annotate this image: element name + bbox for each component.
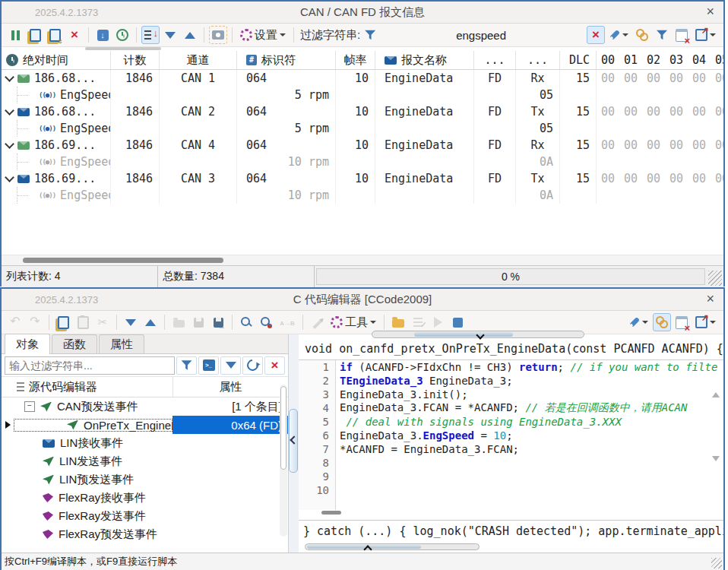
export-menu-button[interactable]	[692, 313, 719, 331]
tree-item[interactable]: FlexRay预发送事件	[2, 525, 288, 543]
open-file-button[interactable]	[169, 313, 188, 331]
wrench-menu-button[interactable]	[626, 313, 651, 331]
chevron-down-icon[interactable]	[5, 173, 14, 182]
editor-bottom-scrollbar[interactable]	[305, 543, 480, 550]
close-button[interactable]: ×	[703, 290, 717, 307]
paste-button[interactable]	[74, 313, 92, 331]
column-header-count[interactable]: 计数	[111, 51, 160, 69]
save-export-button[interactable]	[209, 313, 227, 331]
signal-row[interactable]: EngSpeed10 rpm0A	[2, 187, 723, 204]
dock-bottom-button[interactable]	[93, 26, 112, 44]
tree-item[interactable]: LIN预发送事件	[2, 470, 288, 489]
table-top-scrollbar[interactable]	[85, 47, 161, 50]
search-replace-button[interactable]	[257, 313, 275, 331]
code-line[interactable]: 4EngineData_3.FCAN = *ACANFD; // 若是在回调函数…	[299, 401, 723, 415]
message-row[interactable]: 186.68...1846CAN 106410EngineDataFDRx150…	[2, 70, 723, 87]
message-row[interactable]: 186.68...1846CAN 206410EngineDataFDTx150…	[2, 103, 723, 120]
tree-item[interactable]: FlexRay接收事件	[2, 489, 288, 507]
column-header-data-bytes[interactable]: 000102030405	[597, 51, 723, 69]
console-button[interactable]	[198, 356, 219, 375]
resize-grip-icon[interactable]	[708, 271, 722, 286]
column-header-absolute-time[interactable]: 绝对时间	[2, 51, 111, 69]
pause-button[interactable]	[6, 26, 24, 44]
column-header-dlc[interactable]: DLC	[560, 51, 597, 69]
scroll-down-button[interactable]	[122, 313, 140, 331]
edit-pencil-button[interactable]	[308, 313, 326, 331]
column-header-message-name[interactable]: 报文名称	[375, 51, 474, 69]
scroll-down-button[interactable]	[161, 26, 179, 44]
scrollbar-thumb[interactable]	[414, 332, 513, 337]
column-header-frame-rate[interactable]: 帧率	[336, 51, 375, 69]
clock-button[interactable]	[113, 26, 131, 44]
scrollbar-thumb[interactable]	[280, 386, 286, 470]
search-button[interactable]	[237, 313, 255, 331]
run-button[interactable]	[429, 313, 447, 331]
code-text-area[interactable]: 1if (ACANFD->FIdxChn != CH3) return; // …	[299, 359, 723, 510]
export-menu-button[interactable]	[692, 26, 719, 44]
message-row[interactable]: 186.69...1846CAN 406410EngineDataFDRx150…	[2, 137, 723, 154]
undo-button[interactable]	[6, 313, 24, 331]
panel-splitter[interactable]	[289, 334, 299, 553]
compile-check-button[interactable]	[409, 313, 427, 331]
tree-filter-input[interactable]	[5, 356, 175, 375]
chevron-down-icon[interactable]	[5, 106, 14, 116]
tree-item[interactable]: OnPreTx_EngineData0x64 (FD)	[2, 416, 288, 434]
code-editor-region[interactable]: void on_canfd_pretx_OnPreTx_EngineData(c…	[299, 334, 723, 553]
redo-button[interactable]	[26, 313, 44, 331]
column-header-dots2[interactable]: ...	[516, 51, 560, 69]
code-line[interactable]: 1if (ACANFD->FIdxChn != CH3) return; // …	[299, 360, 723, 374]
stop-button[interactable]	[448, 313, 467, 331]
sort-newest-button[interactable]	[141, 26, 160, 44]
chevron-down-icon[interactable]	[5, 139, 14, 149]
clear-button[interactable]	[264, 356, 285, 375]
message-row[interactable]: 186.69...1846CAN 306410EngineDataFDTx150…	[2, 170, 723, 187]
resize-grip-icon[interactable]	[711, 558, 722, 568]
filter-string-input[interactable]	[377, 28, 585, 43]
filter-button[interactable]	[653, 26, 671, 44]
link-toggle-button[interactable]	[653, 313, 671, 331]
code-horizontal-scroll-thumb[interactable]	[321, 511, 341, 515]
code-line[interactable]: 8	[299, 456, 723, 470]
column-header-dots1[interactable]: ...	[474, 51, 516, 69]
replace-ab-button[interactable]	[277, 313, 298, 331]
tab-属性[interactable]: 属性	[99, 334, 144, 353]
folder-open-button[interactable]	[389, 313, 407, 331]
tab-函数[interactable]: 函数	[52, 334, 97, 353]
chevron-down-icon[interactable]	[5, 72, 14, 82]
filter-button[interactable]	[176, 356, 197, 375]
scroll-up-button[interactable]	[181, 26, 199, 44]
code-line[interactable]: 6EngineData_3.EngSpeed = 10;	[299, 429, 723, 442]
clear-table-button[interactable]	[673, 313, 691, 331]
delete-button[interactable]	[65, 26, 84, 44]
tree-item[interactable]: LIN发送事件	[2, 452, 288, 470]
close-button[interactable]: ×	[703, 3, 717, 20]
settings-gear-button[interactable]: 设置	[237, 26, 289, 44]
signal-row[interactable]: EngSpeed10 rpm0A	[2, 154, 723, 170]
copy-page-c-button[interactable]	[46, 26, 64, 44]
can-message-table[interactable]: 绝对时间 计数 通道 标识符 帧率 报文名称 ... ... DLC 00010…	[2, 47, 723, 255]
tree-item[interactable]: FlexRay发送事件	[2, 507, 288, 525]
tools-gear-button[interactable]: 工具	[328, 313, 379, 331]
copy-button[interactable]	[54, 313, 72, 331]
signal-row[interactable]: EngSpeed5 rpm05	[2, 87, 723, 103]
editor-top-scrollbar[interactable]	[372, 331, 584, 338]
refresh-button[interactable]	[242, 356, 263, 375]
column-header-channel[interactable]: 通道	[160, 51, 237, 69]
table-horizontal-scrollbar[interactable]	[2, 255, 723, 265]
clear-filter-button[interactable]	[587, 26, 605, 44]
save-file-button[interactable]	[189, 313, 207, 331]
copy-page-button[interactable]	[26, 26, 44, 44]
tab-对象[interactable]: 对象	[5, 334, 50, 354]
scrollbar-thumb[interactable]	[23, 258, 223, 263]
scroll-up-button[interactable]	[141, 313, 160, 331]
scroll-down-button[interactable]	[220, 356, 241, 375]
collapse-expander-icon[interactable]: −	[24, 401, 35, 412]
code-line[interactable]: 7*ACANFD = EngineData_3.FCAN;	[299, 442, 723, 456]
tree-item[interactable]: −CAN预发送事件[1 个条目]	[2, 397, 288, 416]
cut-button[interactable]	[93, 313, 112, 331]
clear-table-button[interactable]	[673, 26, 691, 44]
signal-row[interactable]: EngSpeed5 rpm05	[2, 120, 723, 137]
code-line[interactable]: 9	[299, 470, 723, 483]
code-line[interactable]: 5 // deal with signals using EngineData_…	[299, 415, 723, 429]
tree-vertical-scrollbar[interactable]	[280, 385, 287, 537]
